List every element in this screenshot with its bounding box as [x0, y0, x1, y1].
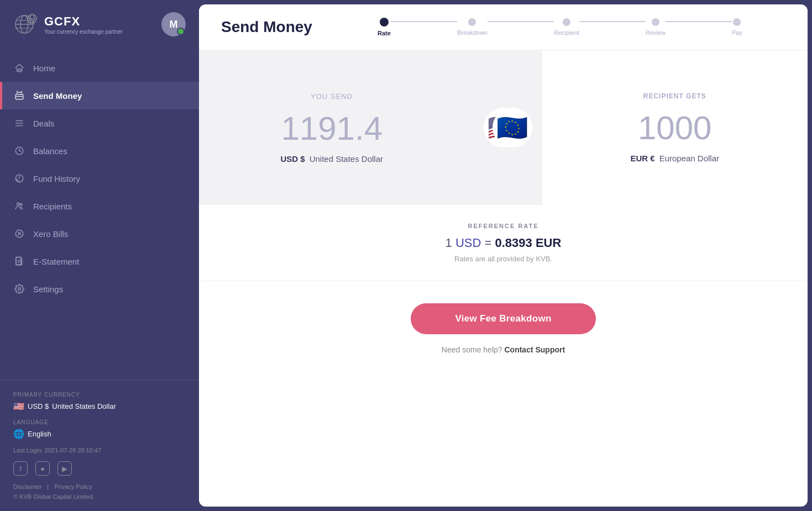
main-header: Send Money Rate Breakdown Recipient: [199, 4, 808, 50]
send-money-icon: [13, 89, 25, 102]
sidebar-item-balances[interactable]: Balances: [0, 137, 199, 165]
step-breakdown: Breakdown: [457, 18, 488, 36]
language-label: LANGUAGE: [13, 419, 186, 425]
recipient-gets-label: RECIPIENT GETS: [643, 92, 706, 100]
step-recipient: Recipient: [554, 18, 579, 36]
home-icon: [13, 62, 25, 74]
recipient-gets-side: RECIPIENT GETS 1000 EUR € European Dolla…: [542, 50, 808, 205]
step-label-rate: Rate: [378, 30, 391, 36]
language-value: 🌐 English: [13, 429, 186, 439]
sidebar-item-send-money-label: Send Money: [33, 91, 82, 101]
primary-currency-label: PRIMARY CURRENCY: [13, 392, 186, 398]
sidebar-item-fund-history[interactable]: Fund History: [0, 165, 199, 192]
sidebar-item-xero-bills[interactable]: Xero Bills: [0, 220, 199, 247]
main-content: Send Money Rate Breakdown Recipient: [199, 4, 808, 507]
step-dot-recipient: [563, 18, 570, 26]
sidebar-item-recipients[interactable]: Recipients: [0, 192, 199, 220]
social-icons: f ● ▶: [13, 461, 186, 476]
view-fee-breakdown-button[interactable]: View Fee Breakdown: [411, 303, 595, 334]
sidebar-item-home[interactable]: Home: [0, 54, 199, 82]
primary-currency-flag: 🇺🇸: [13, 401, 24, 412]
you-send-code: USD $: [280, 154, 305, 164]
balances-icon: [13, 145, 25, 157]
reference-rate-section: REFERENCE RATE 1 USD = 0.8393 EUR Rates …: [199, 205, 808, 281]
sidebar-item-recipients-label: Recipients: [33, 202, 72, 211]
sidebar-item-balances-label: Balances: [33, 146, 67, 156]
logo-text: GCFX Your currency exchange partner: [44, 14, 123, 35]
last-login: Last Login: 2021-07-29 20:10:47: [13, 447, 186, 454]
disclaimer-link[interactable]: Disclaimer: [13, 483, 41, 490]
primary-currency-value: 🇺🇸 USD $ United States Dollar: [13, 401, 186, 412]
step-label-recipient: Recipient: [554, 29, 579, 36]
footer-divider: |: [47, 483, 49, 490]
language-name: English: [28, 430, 51, 438]
step-label-review: Review: [646, 29, 666, 36]
svg-point-18: [20, 203, 22, 206]
step-dot-review: [652, 18, 659, 26]
sidebar-item-e-statement-label: E-Statement: [33, 257, 79, 266]
privacy-policy-link[interactable]: Privacy Policy: [54, 483, 92, 490]
step-pay: Pay: [732, 18, 742, 36]
sidebar-item-deals-label: Deals: [33, 119, 54, 128]
copyright: © KVB Global Capital Limited.: [13, 493, 186, 500]
step-label-pay: Pay: [732, 29, 742, 36]
you-send-side: YOU SEND 1191.4 USD $ United States Doll…: [199, 50, 465, 205]
sidebar-item-settings-label: Settings: [33, 285, 63, 294]
help-text: Need some help? Contact Support: [442, 345, 565, 354]
sidebar-item-settings[interactable]: Settings: [0, 275, 199, 303]
sidebar-item-home-label: Home: [33, 64, 55, 73]
instagram-icon[interactable]: ●: [35, 461, 50, 476]
svg-point-23: [18, 288, 21, 291]
sidebar-item-e-statement[interactable]: E-Statement: [0, 247, 199, 275]
sidebar-header: GCFX Your currency exchange partner M: [0, 0, 199, 49]
sidebar-item-xero-bills-label: Xero Bills: [33, 229, 68, 239]
sidebar-item-fund-history-label: Fund History: [33, 174, 80, 183]
logo-icon: [13, 11, 40, 38]
logo-area: GCFX Your currency exchange partner: [13, 11, 123, 38]
step-dot-breakdown: [468, 18, 476, 26]
flags-center: 🇺🇸 🇪🇺: [465, 50, 542, 205]
recipient-gets-name: European Dollar: [659, 154, 719, 163]
action-section: View Fee Breakdown Need some help? Conta…: [199, 281, 808, 376]
step-connector-2: [488, 21, 554, 22]
step-dot-rate: [380, 18, 389, 27]
primary-currency-code: USD $: [28, 402, 49, 410]
step-connector-4: [666, 21, 732, 22]
sidebar-item-send-money[interactable]: Send Money: [0, 82, 199, 109]
step-rate: Rate: [378, 18, 391, 36]
rate-from-amount: 1: [446, 236, 452, 250]
logo-tagline: Your currency exchange partner: [44, 29, 123, 35]
rate-equals: =: [485, 236, 495, 250]
sidebar-item-deals[interactable]: Deals: [0, 109, 199, 137]
contact-support-link[interactable]: Contact Support: [504, 345, 565, 354]
ref-rate-label: REFERENCE RATE: [468, 223, 538, 229]
progress-steps: Rate Breakdown Recipient Review: [334, 18, 785, 36]
deals-icon: [13, 117, 25, 129]
avatar-online-badge: [177, 28, 185, 35]
logo-brand: GCFX: [44, 14, 123, 29]
sidebar-footer: PRIMARY CURRENCY 🇺🇸 USD $ United States …: [0, 380, 199, 511]
step-label-breakdown: Breakdown: [457, 29, 488, 36]
step-dot-pay: [733, 18, 741, 26]
recipient-gets-code: EUR €: [630, 154, 654, 163]
sidebar: GCFX Your currency exchange partner M Ho…: [0, 0, 199, 511]
fund-history-icon: [13, 172, 25, 185]
svg-point-17: [17, 203, 20, 206]
you-send-name: United States Dollar: [310, 154, 383, 164]
youtube-icon[interactable]: ▶: [57, 461, 72, 476]
e-statement-icon: [13, 255, 25, 267]
settings-icon: [13, 283, 25, 295]
recipient-gets-currency-info: EUR € European Dollar: [630, 154, 719, 163]
recipient-gets-amount: 1000: [638, 109, 711, 147]
recipients-icon: [13, 200, 25, 212]
page-title: Send Money: [221, 18, 312, 36]
you-send-currency-info: USD $ United States Dollar: [280, 154, 383, 164]
xero-bills-icon: [13, 228, 25, 240]
footer-links: Disclaimer | Privacy Policy: [13, 483, 186, 490]
avatar-container[interactable]: M: [161, 12, 186, 36]
facebook-icon[interactable]: f: [13, 461, 28, 476]
step-connector-1: [391, 21, 457, 22]
language-icon: 🌐: [13, 429, 24, 439]
svg-rect-10: [18, 69, 21, 72]
primary-currency-name: United States Dollar: [52, 402, 116, 410]
